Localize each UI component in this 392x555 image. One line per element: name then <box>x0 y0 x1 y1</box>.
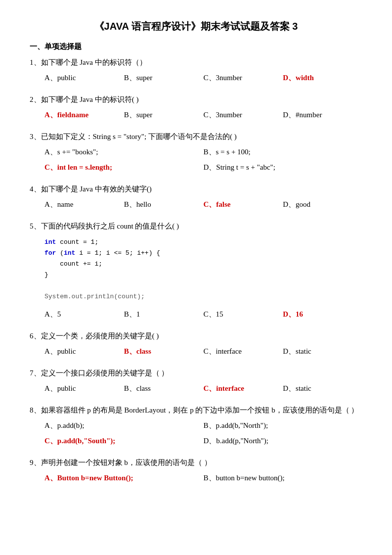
question-9: 9、声明并创建一个按钮对象 b，应该使用的语句是（ ） A、Button b=n… <box>30 457 362 485</box>
option-1b: B、super <box>124 71 204 85</box>
question-7: 7、定义一个接口必须使用的关键字是（ ） A、public B、class C、… <box>30 367 362 395</box>
question-7-text: 7、定义一个接口必须使用的关键字是（ ） <box>30 367 362 379</box>
question-8-options: A、p.add(b); B、p.add(b,"North"); C、p.add(… <box>30 419 362 448</box>
question-7-options: A、public B、class C、interface D、static <box>30 382 362 395</box>
option-7d: D、static <box>283 382 362 395</box>
option-4a: A、name <box>44 198 124 211</box>
option-3b: B、s = s + 100; <box>204 145 363 159</box>
option-9a: A、Button b=new Button(); <box>44 471 204 485</box>
option-5a: A、5 <box>44 308 124 321</box>
option-4c: C、false <box>204 198 283 211</box>
section1-title: 一、单项选择题 <box>30 42 362 51</box>
question-6: 6、定义一个类，必须使用的关键字是( ) A、public B、class C、… <box>30 330 362 358</box>
option-4b: B、hello <box>124 198 204 211</box>
question-9-options: A、Button b=new Button(); B、button b=new … <box>30 471 362 485</box>
option-1a: A、public <box>44 71 124 85</box>
question-4: 4、如下哪个是 Java 中有效的关键字() A、name B、hello C、… <box>30 183 362 211</box>
question-3-options: A、s += "books"; B、s = s + 100; C、int len… <box>30 145 362 174</box>
option-2d: D、#number <box>283 108 362 122</box>
option-6d: D、static <box>283 345 362 358</box>
option-8b: B、p.add(b,"North"); <box>204 419 363 432</box>
option-7b: B、class <box>124 382 204 395</box>
question-5-text: 5、下面的代码段执行之后 count 的值是什么( ) <box>30 220 362 232</box>
question-6-text: 6、定义一个类，必须使用的关键字是( ) <box>30 330 362 342</box>
question-4-text: 4、如下哪个是 Java 中有效的关键字() <box>30 183 362 195</box>
option-3c: C、int len = s.length; <box>44 161 204 174</box>
option-8d: D、b.add(p,"North"); <box>204 434 363 448</box>
option-5c: C、15 <box>204 308 283 321</box>
question-6-options: A、public B、class C、interface D、static <box>30 345 362 358</box>
option-6a: A、public <box>44 345 124 358</box>
question-1: 1、如下哪个是 Java 中的标识符（） A、public B、super C、… <box>30 56 362 85</box>
option-3d: D、String t = s + "abc"; <box>204 161 363 174</box>
question-5: 5、下面的代码段执行之后 count 的值是什么( ) int count = … <box>30 220 362 321</box>
question-3: 3、已知如下定义：String s = "story"; 下面哪个语句不是合法的… <box>30 131 362 174</box>
option-4d: D、good <box>283 198 362 211</box>
question-8: 8、如果容器组件 p 的布局是 BorderLayout，则在 p 的下边中添加… <box>30 404 362 448</box>
question-4-options: A、name B、hello C、false D、good <box>30 198 362 211</box>
option-8a: A、p.add(b); <box>44 419 204 432</box>
question-3-text: 3、已知如下定义：String s = "story"; 下面哪个语句不是合法的… <box>30 131 362 142</box>
question-2: 2、如下哪个是 Java 中的标识符( ) A、fieldname B、supe… <box>30 93 362 122</box>
option-6b: B、class <box>124 345 204 358</box>
question-8-text: 8、如果容器组件 p 的布局是 BorderLayout，则在 p 的下边中添加… <box>30 404 362 416</box>
option-1c: C、3number <box>204 71 283 85</box>
option-9b: B、button b=new button(); <box>204 471 363 485</box>
question-1-options: A、public B、super C、3number D、width <box>30 71 362 85</box>
option-1d: D、width <box>283 71 362 85</box>
question-9-text: 9、声明并创建一个按钮对象 b，应该使用的语句是（ ） <box>30 457 362 468</box>
question-5-options: A、5 B、1 C、15 D、16 <box>30 308 362 321</box>
question-5-code: int count = 1; for (int i = 1; i <= 5; i… <box>30 235 362 305</box>
option-6c: C、interface <box>204 345 283 358</box>
question-2-options: A、fieldname B、super C、3number D、#number <box>30 108 362 122</box>
option-2a: A、fieldname <box>44 108 124 122</box>
option-3a: A、s += "books"; <box>44 145 204 159</box>
option-5b: B、1 <box>124 308 204 321</box>
option-5d: D、16 <box>283 308 362 321</box>
option-2b: B、super <box>124 108 204 122</box>
question-2-text: 2、如下哪个是 Java 中的标识符( ) <box>30 93 362 105</box>
option-8c: C、p.add(b,"South"); <box>44 434 204 448</box>
page-title: 《JAVA 语言程序设计》期末考试试题及答案 3 <box>30 20 362 33</box>
option-7c: C、interface <box>204 382 283 395</box>
option-2c: C、3number <box>204 108 283 122</box>
option-7a: A、public <box>44 382 124 395</box>
question-1-text: 1、如下哪个是 Java 中的标识符（） <box>30 56 362 68</box>
